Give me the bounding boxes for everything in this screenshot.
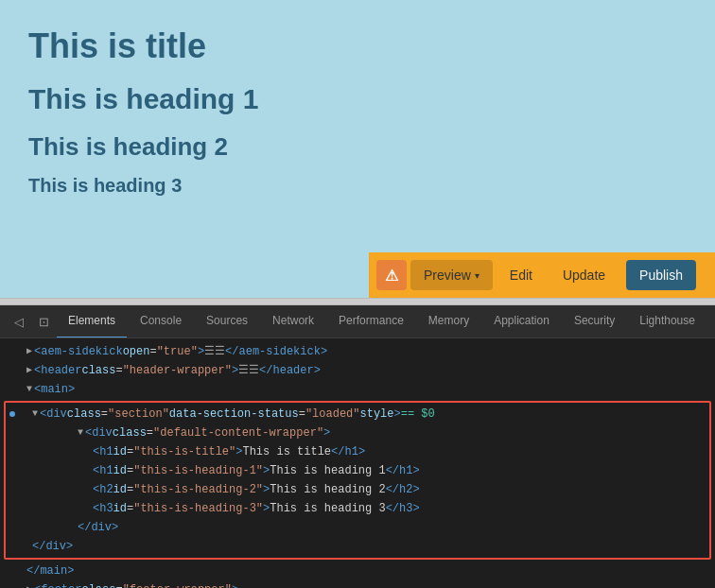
dom-line-h3[interactable]: <h3 id="this-is-heading-3" > This is hea… xyxy=(6,499,709,518)
dom-line-close-outer[interactable]: </div> xyxy=(6,537,709,556)
preview-area: This is title This is heading 1 This is … xyxy=(0,0,715,298)
devtools-inspect-icon[interactable]: ⊡ xyxy=(32,310,55,333)
dom-line-aem-sidekick[interactable]: ▶ <aem-sidekick open="true" > ☰☰ </aem-s… xyxy=(0,342,715,361)
panel-divider xyxy=(0,298,715,305)
dom-line-content-wrapper[interactable]: ▼ <div class="default-content-wrapper" > xyxy=(6,424,709,442)
highlighted-dom-section: ▼ <div class="section" data-section-stat… xyxy=(4,401,711,560)
dom-line-main-close[interactable]: </main> xyxy=(0,562,715,580)
chevron-down-icon: ▾ xyxy=(475,270,480,281)
tab-elements[interactable]: Elements xyxy=(57,305,127,338)
update-button[interactable]: Update xyxy=(549,260,619,290)
devtools-panel: ◁ ⊡ Elements Console Sources Network Per… xyxy=(0,305,715,588)
dom-line-h2[interactable]: <h2 id="this-is-heading-2" > This is hea… xyxy=(6,480,709,499)
dom-line-footer[interactable]: ▶ <footer class="footer-wrapper" > xyxy=(0,580,715,588)
dom-line-h1-heading1[interactable]: <h1 id="this-is-heading-1" > This is hea… xyxy=(6,461,709,480)
dom-line-main[interactable]: ▼ <main> xyxy=(0,380,715,399)
preview-heading2: This is heading 2 xyxy=(28,132,687,162)
tab-performance[interactable]: Performance xyxy=(327,305,415,338)
dom-line-header[interactable]: ▶ <header class="header-wrapper" > ☰☰ </… xyxy=(0,361,715,380)
tab-console[interactable]: Console xyxy=(129,305,193,338)
dom-line-section-div[interactable]: ▼ <div class="section" data-section-stat… xyxy=(6,405,709,424)
tab-sources[interactable]: Sources xyxy=(195,305,259,338)
sidekick-bar: ⚠ Preview ▾ Edit Update Publish xyxy=(369,252,715,298)
sidekick-warning-icon: ⚠ xyxy=(376,260,407,290)
dom-line-close-inner[interactable]: </div> xyxy=(6,518,709,537)
preview-heading1: This is heading 1 xyxy=(28,83,687,115)
edit-button[interactable]: Edit xyxy=(497,260,546,290)
preview-button[interactable]: Preview ▾ xyxy=(410,260,493,290)
publish-button[interactable]: Publish xyxy=(626,260,696,290)
tab-memory[interactable]: Memory xyxy=(417,305,480,338)
tab-lighthouse[interactable]: Lighthouse xyxy=(628,305,706,338)
devtools-nav-back[interactable]: ◁ xyxy=(8,310,30,333)
dom-tree: ▶ <aem-sidekick open="true" > ☰☰ </aem-s… xyxy=(0,338,715,588)
tab-application[interactable]: Application xyxy=(482,305,561,338)
dom-line-h1-title[interactable]: <h1 id="this-is-title" > This is title <… xyxy=(6,442,709,461)
devtools-tab-bar: ◁ ⊡ Elements Console Sources Network Per… xyxy=(0,305,715,338)
preview-heading3: This is heading 3 xyxy=(28,175,687,197)
tab-security[interactable]: Security xyxy=(563,305,626,338)
tab-network[interactable]: Network xyxy=(261,305,325,338)
preview-title: This is title xyxy=(28,26,687,66)
